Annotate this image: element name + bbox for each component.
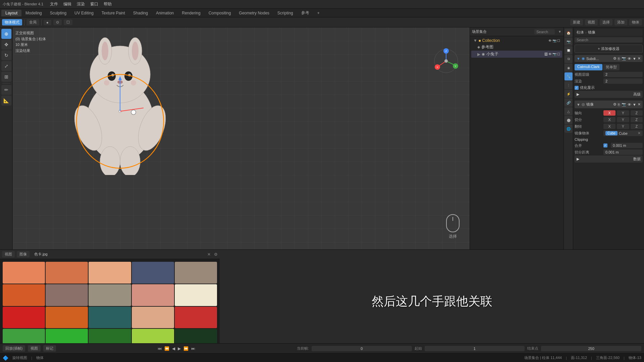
- rabbit-img-icon[interactable]: 🖼: [544, 52, 548, 56]
- advanced-section[interactable]: ▶ 高级: [575, 91, 643, 98]
- props-tab-output[interactable]: 🔲: [565, 46, 573, 54]
- mirror-copy-icon[interactable]: ⎘: [618, 103, 620, 107]
- swatch-12[interactable]: [89, 307, 131, 328]
- swatch-11[interactable]: [46, 307, 88, 328]
- mirror-options-icon[interactable]: ⚙: [613, 102, 616, 107]
- swatch-7[interactable]: [89, 284, 131, 306]
- end-frame-input[interactable]: 250: [541, 346, 641, 351]
- tab-layout[interactable]: Layout: [1, 10, 21, 16]
- filter-icon[interactable]: ▼: [558, 30, 561, 34]
- props-tab-scene[interactable]: 🏠: [565, 29, 573, 37]
- tab-texture-paint[interactable]: Texture Paint: [98, 10, 129, 16]
- tab-modeling[interactable]: Modeling: [21, 10, 46, 16]
- merge-checkbox[interactable]: ✓: [603, 143, 607, 147]
- bisect-x-btn[interactable]: X: [603, 117, 615, 122]
- tab-rendering[interactable]: Rendering: [178, 10, 204, 16]
- transform-tool[interactable]: ⊞: [1, 72, 11, 82]
- bisect-z-btn[interactable]: Z: [631, 117, 643, 122]
- mirror-modifier-header[interactable]: ▼ ◎ 镜像 ⚙ ⎘ 📷 👁 ▼ ✕: [575, 101, 643, 108]
- swatch-8[interactable]: [132, 284, 174, 306]
- navigation-gizmo[interactable]: Z X Y: [433, 48, 460, 74]
- timeline-marker-btn[interactable]: 标记: [43, 345, 56, 352]
- collection-select-icon[interactable]: ☐: [557, 39, 560, 43]
- rabbit-camera-icon[interactable]: 📷: [552, 52, 556, 56]
- next-key-icon[interactable]: ⏩: [183, 346, 189, 351]
- play-reverse-icon[interactable]: ◀: [172, 346, 175, 351]
- tab-scripting[interactable]: Scripting: [273, 10, 297, 16]
- mirror-close-btn[interactable]: ✕: [638, 102, 641, 107]
- go-start-icon[interactable]: ⏮: [158, 346, 162, 351]
- subdi-realtime-icon[interactable]: 👁: [628, 57, 631, 61]
- tab-shading[interactable]: Shading: [129, 10, 152, 16]
- props-tab-object[interactable]: ◉: [565, 64, 573, 72]
- tab-geometry-nodes[interactable]: Geometry Nodes: [235, 10, 273, 16]
- swatch-3[interactable]: [132, 262, 174, 284]
- outliner-search[interactable]: Search: [534, 29, 555, 35]
- global-local-toggle[interactable]: 全局: [26, 19, 39, 25]
- mirror-enabled-icon[interactable]: ◎: [582, 102, 585, 107]
- subdi-options-icon[interactable]: ⚙: [613, 56, 616, 61]
- prev-key-icon[interactable]: ⏪: [164, 346, 169, 351]
- flip-y-btn[interactable]: Y: [617, 124, 629, 129]
- swatch-9[interactable]: [175, 284, 217, 306]
- props-tab-constraints[interactable]: 🔗: [565, 99, 573, 107]
- tab-uv-editing[interactable]: UV Editing: [70, 10, 98, 16]
- menu-render[interactable]: 渲染: [74, 1, 88, 8]
- annotate-tool[interactable]: ✏: [1, 85, 11, 95]
- shading-type-btn[interactable]: ●: [44, 20, 51, 25]
- swatch-6[interactable]: [46, 284, 88, 306]
- timeline-mode-btn[interactable]: 回放(插帧): [3, 345, 25, 352]
- view-align-btn[interactable]: 视图: [585, 19, 598, 25]
- props-tab-data[interactable]: △: [565, 107, 573, 115]
- new-btn[interactable]: 新建: [570, 19, 583, 25]
- mirror-obj-selector[interactable]: Cube Cube ✕: [603, 130, 643, 136]
- render-levels-value[interactable]: 2: [603, 78, 643, 84]
- tab-reference[interactable]: 参考: [297, 9, 313, 17]
- subdi-copy-icon[interactable]: ⎘: [618, 57, 620, 61]
- overlay-btn[interactable]: ⊙: [53, 19, 62, 25]
- collection-camera-icon[interactable]: 📷: [552, 39, 556, 43]
- tab-add[interactable]: +: [313, 10, 324, 16]
- axis-z-btn[interactable]: Z: [631, 110, 643, 116]
- outliner-item-rabbit[interactable]: ▶ ◉ 小兔子 🖼 👁 📷 ☐: [471, 51, 562, 58]
- swatch-1[interactable]: [46, 262, 88, 284]
- props-search[interactable]: Search: [575, 37, 643, 43]
- props-tab-view-layer[interactable]: ⧉: [565, 55, 573, 63]
- img-close-icon[interactable]: ✕: [207, 252, 211, 257]
- subdivision-modifier-header[interactable]: ▼ ◉ Subdi... ⚙ ⎘ 📷 👁 ▼ ✕: [575, 55, 643, 62]
- img-view-btn[interactable]: 视图: [2, 251, 15, 257]
- tab-sculpting[interactable]: Sculpting: [46, 10, 70, 16]
- add-menu-btn[interactable]: 添加: [614, 19, 627, 25]
- mirror-obj-clear-icon[interactable]: ✕: [638, 131, 641, 135]
- menu-edit[interactable]: 编辑: [61, 1, 74, 8]
- main-viewport[interactable]: 正交前视图 (0) 场景集合 | 柱体 10 厘米 渲染结果: [13, 27, 470, 249]
- cursor-tool[interactable]: ⊕: [1, 29, 11, 39]
- props-tab-render[interactable]: 📷: [565, 38, 573, 46]
- data-section[interactable]: ▶ 数据: [575, 156, 643, 163]
- menu-help[interactable]: 帮助: [101, 1, 114, 8]
- collection-eye-icon[interactable]: 👁: [548, 39, 552, 43]
- img-settings-icon[interactable]: ⚙: [214, 252, 218, 257]
- outliner-item-collection[interactable]: ▼ ■ Collection 👁 📷 ☐: [471, 38, 562, 44]
- bisect-dist-value[interactable]: 0.001 m: [603, 149, 643, 155]
- current-frame-input[interactable]: 0: [312, 346, 412, 351]
- swatch-13[interactable]: [132, 307, 174, 328]
- flip-z-btn[interactable]: Z: [631, 124, 643, 129]
- subdi-render-icon[interactable]: 📷: [622, 56, 626, 61]
- select-menu-btn[interactable]: 选择: [600, 19, 612, 25]
- catmull-clark-btn[interactable]: Catmull-Clark: [575, 64, 602, 70]
- tab-animation[interactable]: Animation: [152, 10, 178, 16]
- timeline-view-btn[interactable]: 视图: [28, 345, 41, 352]
- subdi-enabled-icon[interactable]: ◉: [582, 56, 585, 61]
- swatch-10[interactable]: [3, 307, 45, 328]
- menu-window[interactable]: 窗口: [88, 1, 101, 8]
- bisect-y-btn[interactable]: Y: [617, 117, 629, 122]
- optimize-checkbox[interactable]: ✓: [575, 86, 579, 90]
- menu-file[interactable]: 文件: [47, 1, 61, 8]
- img-image-btn[interactable]: 图像: [17, 251, 30, 257]
- scale-tool[interactable]: ⤢: [1, 61, 11, 71]
- mirror-render-icon[interactable]: 📷: [622, 102, 626, 107]
- go-end-icon[interactable]: ⏭: [191, 346, 195, 351]
- axis-y-btn[interactable]: Y: [617, 110, 629, 116]
- mirror-realtime-icon[interactable]: 👁: [628, 103, 631, 107]
